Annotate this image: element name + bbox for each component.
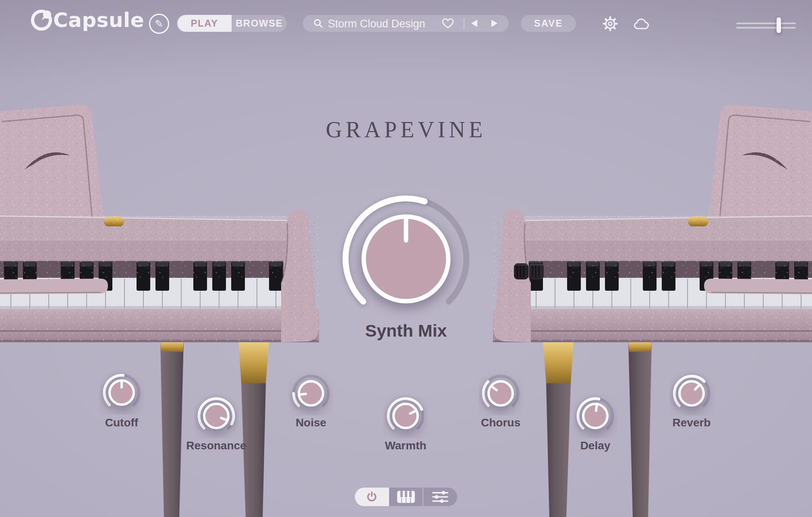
power-toggle-button[interactable] — [355, 488, 389, 506]
tab-browse[interactable]: BROWSE — [232, 15, 287, 32]
volume-handle[interactable] — [777, 17, 781, 33]
chorus-label: Chorus — [481, 416, 520, 429]
pitch-mod-knobs — [514, 263, 544, 279]
noise-knob[interactable] — [289, 371, 333, 416]
chorus-knob[interactable] — [478, 371, 523, 416]
keyboard-icon — [397, 490, 415, 503]
warmth-knob[interactable] — [383, 394, 428, 438]
next-preset-button[interactable] — [491, 20, 497, 27]
resonance-knob[interactable] — [194, 394, 238, 438]
preset-name[interactable]: Storm Cloud Design — [328, 18, 425, 30]
plugin-window: Capsule ✎ PLAY BROWSE Storm Cloud Design… — [0, 0, 812, 517]
search-icon — [313, 19, 323, 28]
volume-track-top[interactable] — [736, 23, 796, 24]
reverb-knob[interactable] — [669, 371, 714, 416]
preset-bar[interactable]: Storm Cloud Design — [303, 15, 509, 32]
divider — [423, 488, 423, 506]
cloud-icon[interactable] — [633, 18, 650, 31]
logo-text: Capsule — [53, 8, 144, 32]
capsule-logo-knob-icon — [31, 10, 52, 31]
prev-preset-button[interactable] — [471, 20, 477, 27]
reverb-label: Reverb — [673, 416, 711, 429]
delay-label: Delay — [580, 439, 611, 452]
mixer-icon — [431, 491, 449, 503]
volume-slider[interactable] — [736, 16, 797, 35]
power-icon — [366, 491, 377, 503]
synth-mix-knob[interactable] — [338, 190, 474, 327]
view-toggle — [355, 488, 457, 506]
delay-knob[interactable] — [573, 394, 617, 438]
gear-icon[interactable] — [603, 16, 618, 31]
pencil-info-icon: ✎ — [155, 18, 164, 30]
keyboard-view-button[interactable] — [389, 488, 423, 506]
save-button[interactable]: SAVE — [521, 15, 576, 32]
resonance-label: Resonance — [186, 439, 246, 452]
cutoff-label: Cutoff — [105, 416, 138, 429]
synth-mix-label: Synth Mix — [365, 321, 447, 341]
noise-label: Noise — [296, 416, 326, 429]
play-browse-toggle: PLAY BROWSE — [177, 15, 287, 32]
heart-icon[interactable] — [441, 17, 454, 29]
instrument-title: GRAPEVINE — [0, 117, 812, 143]
cutoff-knob[interactable] — [99, 370, 144, 415]
mixer-view-button[interactable] — [423, 488, 457, 506]
capsule-logo: Capsule — [31, 7, 144, 33]
volume-track-bottom[interactable] — [736, 27, 796, 29]
info-button[interactable]: ✎ — [149, 14, 169, 34]
tab-play[interactable]: PLAY — [177, 15, 232, 32]
divider — [464, 18, 464, 29]
warmth-label: Warmth — [385, 439, 426, 452]
